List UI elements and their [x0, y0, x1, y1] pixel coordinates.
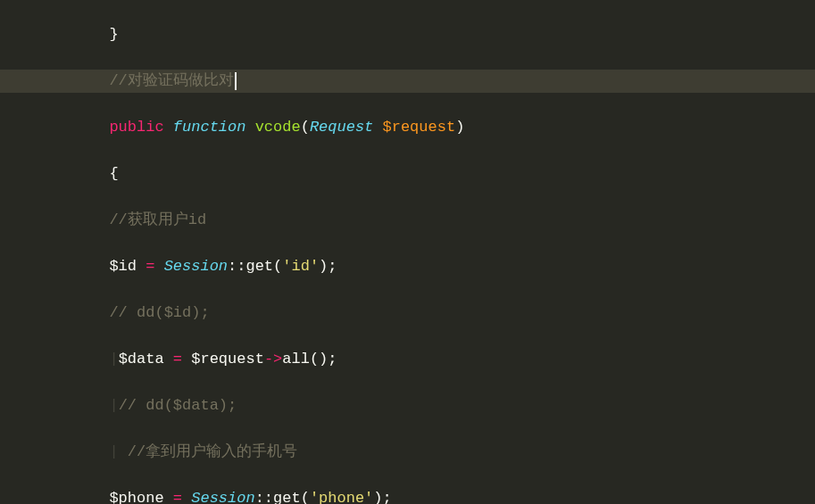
code-editor[interactable]: } //对验证码做比对 public function vcode(Reques… [0, 0, 815, 504]
code-line: //获取用户id [0, 209, 815, 232]
string: 'id' [282, 258, 319, 275]
keyword-function: function [173, 119, 246, 136]
method: all [282, 351, 310, 368]
function-name: vcode [255, 119, 301, 136]
class-name: Session [191, 490, 254, 504]
code-line: { [0, 162, 815, 186]
code-line: } [0, 23, 815, 46]
brace: { [109, 165, 118, 182]
variable: $data [119, 351, 164, 368]
comment: // dd($id); [109, 304, 209, 321]
method: get [245, 258, 273, 275]
string: 'phone' [310, 490, 373, 504]
code-line: // dd($id); [0, 302, 815, 325]
code-line: $phone = Session::get('phone'); [0, 487, 815, 504]
comment: //对验证码做比对 [109, 72, 233, 89]
method: get [273, 490, 301, 504]
text-cursor [235, 72, 237, 90]
variable: $phone [109, 490, 163, 504]
brace: } [109, 26, 118, 43]
variable: $id [109, 258, 137, 275]
code-line: |// dd($data); [0, 394, 815, 417]
code-line: //对验证码做比对 [0, 70, 815, 93]
code-line: $id = Session::get('id'); [0, 255, 815, 278]
code-line: |$data = $request->all(); [0, 348, 815, 371]
code-line: public function vcode(Request $request) [0, 116, 815, 139]
keyword-public: public [109, 119, 163, 136]
code-line: | //拿到用户输入的手机号 [0, 441, 815, 464]
param-var: $request [383, 119, 456, 136]
comment: //拿到用户输入的手机号 [119, 443, 298, 460]
comment: // dd($data); [119, 397, 237, 414]
comment: //获取用户id [109, 211, 206, 228]
variable: $request [191, 351, 264, 368]
param-type: Request [310, 119, 373, 136]
class-name: Session [164, 258, 228, 275]
